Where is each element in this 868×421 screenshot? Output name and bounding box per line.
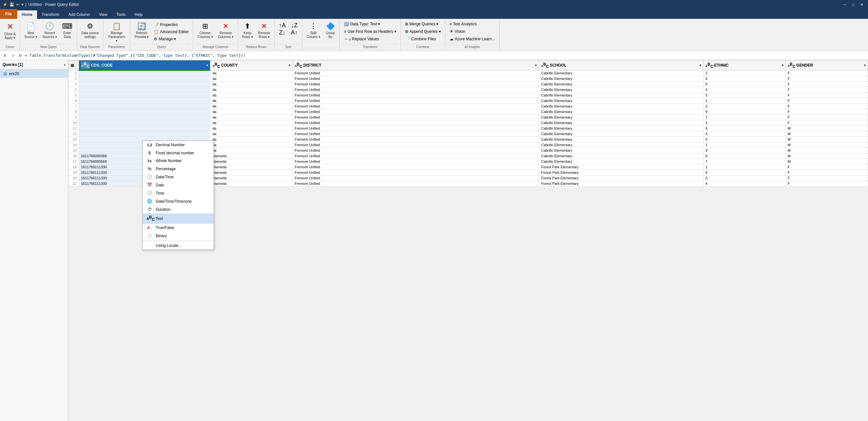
type-duration[interactable]: ⏱ Duration: [143, 205, 214, 214]
select-all-icon[interactable]: ⊞: [70, 63, 74, 68]
school-dropdown-btn[interactable]: ▾: [700, 64, 701, 67]
cell-district: Fremont Unified: [292, 115, 539, 120]
merge-queries-button[interactable]: ⊞ Merge Queries ▾: [403, 21, 441, 27]
col-header-ethnic[interactable]: ABC ETHNIC ▾: [703, 60, 785, 70]
cell-county: da: [210, 148, 292, 153]
sidebar-collapse-button[interactable]: ‹: [64, 62, 65, 67]
replace-values-button[interactable]: ↔ ₂ Replace Values: [342, 36, 381, 42]
formula-input[interactable]: [25, 53, 866, 58]
district-dropdown-btn[interactable]: ▾: [535, 64, 537, 67]
properties-button[interactable]: 📝 Properties: [152, 22, 191, 28]
recent-sources-button[interactable]: 🕐 RecentSources ▾: [40, 21, 59, 40]
window-close[interactable]: ✕: [858, 2, 865, 7]
gender-type-badge[interactable]: ABC: [788, 62, 796, 69]
ribbon-group-manage-columns: ⊞ ChooseColumns ▾ ✕ RemoveColumns ▾ Mana…: [193, 20, 238, 50]
new-source-button[interactable]: 📄 NewSource ▾: [22, 21, 39, 40]
sidebar-item-enr20[interactable]: ⊞ enr20: [0, 69, 68, 78]
quick-access-undo[interactable]: ↩: [16, 2, 20, 7]
cell-gender: M: [785, 131, 868, 137]
remove-rows-button[interactable]: ✕ RemoveRows ▾: [256, 21, 272, 40]
tab-add-column[interactable]: Add Column: [64, 10, 94, 19]
type-datetime[interactable]: 🕐 Date/Time: [143, 173, 214, 181]
use-first-row-button[interactable]: ≡ Use First Row as Headers ▾: [342, 28, 398, 35]
district-type-badge[interactable]: ABC: [294, 62, 302, 69]
col-header-cds[interactable]: ABC CDS_CODE ▾: [79, 60, 210, 70]
cell-school: Cabrillo Elementary: [539, 104, 704, 109]
cell-school: Cabrillo Elementary: [539, 120, 704, 126]
district-col-label: DISTRICT: [303, 63, 321, 68]
school-type-badge[interactable]: ABC: [541, 62, 549, 69]
sort-desc-icon: ↓ZA↑: [291, 22, 298, 36]
col-header-county[interactable]: ABC COUNTY ▾: [210, 60, 292, 70]
type-fixed-decimal[interactable]: $ Fixed decimal number: [143, 149, 214, 157]
close-apply-button[interactable]: ✕ Close &Apply ▾: [2, 21, 18, 41]
county-dropdown-btn[interactable]: ▾: [289, 64, 290, 67]
refresh-preview-button[interactable]: 🔄 RefreshPreview ▾: [132, 21, 151, 40]
table-row: 2 da Fremont Unified Cabrillo Elementary…: [69, 76, 868, 82]
cell-district: Fremont Unified: [292, 175, 539, 181]
combine-files-button[interactable]: 📄 Combine Files: [403, 36, 439, 42]
type-locale[interactable]: Using Locale...: [143, 242, 214, 250]
ethnic-dropdown-btn[interactable]: ▾: [782, 64, 783, 67]
tab-help[interactable]: Help: [130, 10, 147, 19]
text-analytics-button[interactable]: ≡ Text Analytics: [447, 21, 479, 27]
data-area[interactable]: ⊞ ABC CDS_CODE ▾: [68, 60, 868, 421]
type-datetimezone[interactable]: 🌐 Date/Time/Timezone: [143, 197, 214, 205]
choose-columns-button[interactable]: ⊞ ChooseColumns ▾: [195, 21, 215, 40]
window-title: Untitled - Power Query Editor: [28, 2, 79, 7]
tab-transform[interactable]: Transform: [37, 10, 64, 19]
cell-district: Fremont Unified: [292, 137, 539, 142]
keep-rows-button[interactable]: ⬆ KeepRows ▾: [240, 21, 255, 40]
cds-type-badge[interactable]: ABC: [81, 61, 90, 69]
bool-icon: ✗✓: [147, 225, 152, 230]
col-header-school[interactable]: ABC SCHOOL ▾: [539, 60, 704, 70]
tab-view[interactable]: View: [94, 10, 112, 19]
col-header-district[interactable]: ABC DISTRICT ▾: [292, 60, 539, 70]
azure-ml-button[interactable]: ☁ Azure Machine Learn...: [447, 36, 497, 42]
ethnic-type-badge[interactable]: ABC: [706, 62, 713, 69]
row-number: 11: [69, 126, 79, 131]
enter-data-button[interactable]: ⌨ EnterData: [60, 21, 75, 40]
vision-button[interactable]: 👁 Vision: [447, 28, 467, 35]
data-type-button[interactable]: 🔠 Data Type: Text ▾: [342, 21, 382, 27]
sort-ascending-button[interactable]: ↑AZ↓: [277, 21, 288, 37]
col-header-gender[interactable]: ABC GENDER ▾: [785, 60, 868, 70]
type-binary[interactable]: 📄 Binary: [143, 232, 214, 240]
window-maximize[interactable]: □: [850, 2, 856, 7]
quick-access-dropdown[interactable]: ▾: [22, 2, 23, 7]
tab-home[interactable]: Home: [17, 10, 37, 19]
type-decimal[interactable]: 1.2 Decimal Number: [143, 141, 214, 149]
formula-confirm-button[interactable]: ✓: [10, 53, 16, 58]
cell-school: Cabrillo Elementary: [539, 76, 704, 82]
cell-gender: F: [785, 175, 868, 181]
cell-cds: [79, 87, 210, 93]
cell-county: da: [210, 142, 292, 148]
type-time[interactable]: 🕒 Time: [143, 189, 214, 197]
cds-dropdown-btn[interactable]: ▾: [207, 64, 208, 67]
advanced-editor-button[interactable]: 📋 Advanced Editor: [152, 29, 191, 35]
remove-columns-button[interactable]: ✕ RemoveColumns ▾: [216, 21, 236, 40]
data-source-settings-button[interactable]: ⚙ Data sourcesettings: [79, 21, 101, 40]
type-percentage[interactable]: % Percentage: [143, 165, 214, 173]
manage-parameters-button[interactable]: 📋 ManageParameters ▾: [105, 21, 128, 44]
sort-descending-button[interactable]: ↓ZA↑: [289, 21, 300, 37]
type-text[interactable]: ABC Text: [143, 214, 214, 224]
tab-tools[interactable]: Tools: [112, 10, 130, 19]
county-type-badge[interactable]: ABC: [212, 62, 220, 69]
type-date[interactable]: 📅 Date: [143, 181, 214, 189]
type-whole[interactable]: 1²₃ Whole Number: [143, 157, 214, 165]
gender-dropdown-btn[interactable]: ▾: [864, 64, 866, 67]
cell-county: da: [210, 76, 292, 82]
cell-county: da: [210, 120, 292, 126]
window-minimize[interactable]: ─: [841, 2, 848, 7]
append-queries-button[interactable]: ⊞ Append Queries ▾: [403, 28, 443, 35]
type-bool[interactable]: ✗✓ True/False: [143, 224, 214, 232]
split-column-button[interactable]: ⋮ SplitColumn ▾: [304, 21, 322, 40]
duration-icon: ⏱: [147, 207, 152, 212]
tab-file[interactable]: File: [0, 9, 17, 19]
group-by-button[interactable]: 🔷 GroupBy: [323, 21, 337, 40]
quick-access-save[interactable]: 💾: [9, 2, 14, 7]
cell-ethnic: 2: [703, 70, 785, 76]
manage-button[interactable]: ⚙ Manage ▾: [152, 36, 191, 42]
formula-cancel-button[interactable]: ✕: [2, 53, 8, 58]
